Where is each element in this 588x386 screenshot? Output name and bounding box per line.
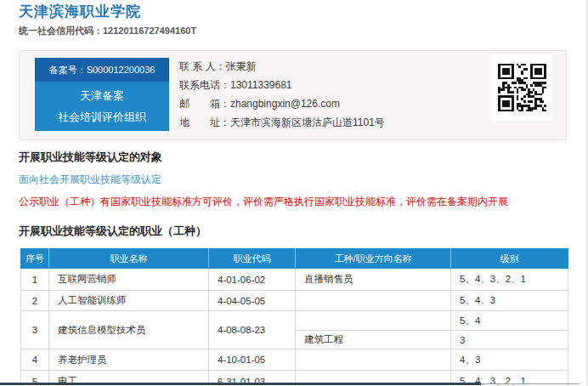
cell-levels: 5、4、3、2、1	[451, 269, 568, 291]
cell-name: 养老护理员	[49, 349, 209, 371]
cell-levels: 3	[451, 331, 568, 349]
page-title: 天津滨海职业学院	[19, 2, 141, 21]
contact-phone-line: 联系电话：13011339681	[179, 76, 385, 94]
cell-levels: 5、4	[451, 311, 568, 331]
col-header-direction: 工种/职业方向名称	[296, 249, 451, 269]
cell-code: 4-04-05-05	[209, 291, 296, 311]
objects-scope-link[interactable]: 面向社会开展职业技能等级认定	[19, 173, 161, 187]
cell-code: 4-10-01-05	[209, 349, 296, 371]
window-bottom-edge-light	[481, 383, 580, 384]
col-header-level: 级别	[451, 249, 568, 269]
contact-person-line: 联 系 人：张秉新	[179, 57, 385, 76]
credit-code-value: 12120116727494160T	[103, 26, 196, 36]
contact-info: 联 系 人：张秉新 联系电话：13011339681 邮 箱：zhangbing…	[179, 57, 385, 132]
col-header-code: 职业代码	[209, 249, 296, 269]
cell-direction	[296, 291, 451, 311]
record-number-value: S000012200036	[87, 65, 155, 75]
badge-line-2: 社会培训评价组织	[35, 110, 169, 125]
jobs-table: 序号 职业名称 职业代码 工种/职业方向名称 级别 1 互联网营销师 4-01-…	[20, 248, 568, 386]
jobs-section-heading: 开展职业技能等级认定的职业（工种）	[19, 224, 206, 239]
cell-no: 1	[21, 269, 49, 291]
contact-phone-value: 13011339681	[230, 79, 292, 91]
cell-code: 4-01-06-02	[209, 269, 296, 291]
credit-code-line: 统一社会信用代码：12120116727494160T	[19, 25, 196, 37]
cell-direction	[296, 311, 451, 331]
cell-name: 互联网营销师	[49, 269, 209, 291]
record-number: 备案号：S000012200036	[35, 58, 169, 82]
record-badge: 备案号：S000012200036 天津备案 社会培训评价组织	[35, 58, 169, 131]
record-badge-body: 天津备案 社会培训评价组织	[35, 82, 169, 131]
qr-code-icon	[492, 54, 552, 121]
record-card: 备案号：S000012200036 天津备案 社会培训评价组织 联 系 人：张秉…	[19, 50, 567, 140]
cell-levels: 5、4、3	[451, 291, 568, 311]
contact-email-value: zhangbingxin@126.com	[230, 98, 340, 110]
col-header-name: 职业名称	[49, 249, 209, 269]
objects-section-heading: 开展职业技能等级认定的对象	[19, 150, 162, 165]
qr-code-pattern	[498, 64, 546, 112]
badge-line-1: 天津备案	[35, 88, 169, 104]
cell-name: 建筑信息模型技术员	[49, 311, 209, 349]
cell-direction	[296, 349, 451, 371]
cell-code: 4-08-08-23	[209, 311, 296, 349]
contact-address-value: 天津市滨海新区塘沽庐山道1101号	[230, 116, 385, 128]
cell-direction: 直播销售员	[296, 269, 451, 291]
table-row: 1 互联网营销师 4-01-06-02 直播销售员 5、4、3、2、1	[21, 269, 568, 291]
contact-person-value: 张秉新	[226, 60, 257, 72]
table-row: 3 建筑信息模型技术员 4-08-08-23 5、4	[21, 311, 568, 331]
cell-levels: 4、3	[451, 349, 568, 371]
cell-direction: 建筑工程	[296, 331, 451, 349]
contact-email-line: 邮 箱：zhangbingxin@126.com	[179, 94, 385, 113]
contact-person-label: 联 系 人：	[179, 60, 226, 72]
table-row: 4 养老护理员 4-10-01-05 4、3	[21, 349, 568, 371]
window-bottom-edge	[0, 383, 481, 385]
contact-phone-label: 联系电话：	[179, 79, 230, 91]
cell-no: 4	[21, 349, 49, 371]
contact-address-line: 地 址：天津市滨海新区塘沽庐山道1101号	[179, 113, 385, 132]
table-header-row: 序号 职业名称 职业代码 工种/职业方向名称 级别	[21, 249, 568, 269]
contact-address-label: 地 址：	[179, 116, 230, 128]
credit-code-label: 统一社会信用代码：	[19, 26, 103, 36]
cell-no: 3	[21, 311, 49, 349]
cell-no: 2	[21, 291, 49, 311]
table-row: 2 人工智能训练师 4-04-05-05 5、4、3	[21, 291, 568, 311]
standards-notice-text: 公示职业（工种）有国家职业技能标准方可评价，评价需严格执行国家职业技能标准，评价…	[19, 195, 508, 209]
contact-email-label: 邮 箱：	[179, 98, 230, 110]
cell-name: 人工智能训练师	[49, 291, 209, 311]
record-number-label: 备案号：	[49, 65, 87, 75]
col-header-no: 序号	[21, 249, 49, 269]
